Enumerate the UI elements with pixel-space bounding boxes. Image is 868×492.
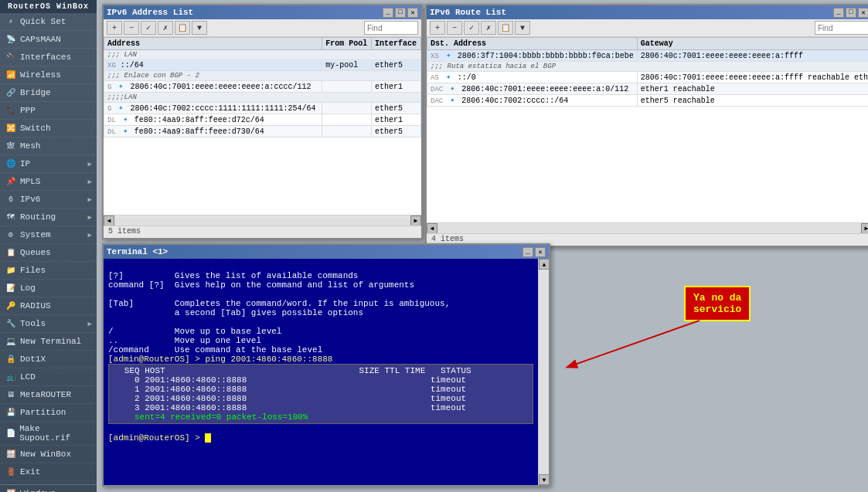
- terminal-body[interactable]: [?] Gives the list of available commands…: [104, 259, 538, 485]
- terminal-titlebar: Terminal <1> _ ✕: [104, 245, 549, 259]
- minimize-button[interactable]: _: [383, 8, 393, 18]
- table-row[interactable]: DL 🔹 fe80::4aa9:8aff:feee:d730/64 ether5: [104, 126, 421, 137]
- sidebar-item-windows[interactable]: 🪟 Windows ▶: [0, 484, 97, 492]
- sidebar-item-files[interactable]: 📁 Files: [0, 262, 97, 280]
- sidebar-item-new-winbox[interactable]: 🪟 New WinBox: [0, 446, 97, 463]
- make-supout-icon: 📄: [5, 427, 16, 439]
- sidebar-item-ppp[interactable]: 📞 PPP: [0, 102, 97, 120]
- row-interface: ether1: [372, 114, 421, 126]
- enable-button[interactable]: ✓: [464, 21, 479, 35]
- enable-button[interactable]: ✓: [141, 21, 156, 35]
- minimize-button[interactable]: _: [833, 8, 844, 18]
- windows-icon: 🪟: [5, 487, 17, 492]
- sidebar-item-tools[interactable]: 🔧 Tools ▶: [0, 315, 97, 333]
- scroll-track[interactable]: [437, 224, 861, 233]
- copy-button[interactable]: 📋: [175, 21, 190, 35]
- close-button[interactable]: ✕: [535, 247, 546, 257]
- scroll-right[interactable]: ▶: [861, 223, 868, 234]
- sidebar-item-label: CAPsMAAN: [20, 35, 61, 44]
- ping-command-line: [admin@RouterOS] > ping 2001:4860:4860::…: [108, 355, 332, 364]
- sidebar-item-make-supout[interactable]: 📄 Make Supout.rif: [0, 422, 97, 446]
- search-input[interactable]: [364, 21, 418, 35]
- sidebar-item-label: LCD: [20, 372, 36, 382]
- horizontal-scrollbar-route[interactable]: ◀ ▶: [427, 222, 868, 233]
- terminal-scrollbar[interactable]: ▲ ▼: [538, 259, 549, 485]
- sidebar-item-bridge[interactable]: 🔗 Bridge: [0, 84, 97, 102]
- table-row[interactable]: DAC 🔹 2806:40c:7002:cccc::/64 ether5 rea…: [427, 95, 869, 107]
- ipv6-route-list-title: IPv6 Route List: [430, 8, 833, 17]
- close-button[interactable]: ✕: [858, 8, 868, 18]
- search-input[interactable]: [815, 21, 868, 35]
- switch-icon: 🔀: [5, 122, 17, 134]
- table-row[interactable]: XG ::/64 my-pool ether5: [104, 60, 421, 71]
- terminal-title: Terminal <1>: [107, 247, 523, 256]
- remove-button[interactable]: −: [124, 21, 139, 35]
- ipv6-icon: 6: [5, 193, 17, 205]
- row-gateway: ether1 reachable: [637, 83, 868, 95]
- scroll-right[interactable]: ▶: [410, 215, 421, 226]
- disable-button[interactable]: ✗: [481, 21, 496, 35]
- sidebar-item-lcd[interactable]: 📺 LCD: [0, 368, 97, 386]
- sidebar-item-label: Mesh: [20, 141, 40, 151]
- filter-button[interactable]: ▼: [515, 21, 530, 35]
- sidebar-item-ip[interactable]: 🌐 IP ▶: [0, 155, 97, 173]
- sidebar-item-routing[interactable]: 🗺 Routing ▶: [0, 209, 97, 226]
- dot1x-icon: 🔒: [5, 353, 17, 365]
- table-row[interactable]: DAC 🔹 2806:40c:7001:eeee:eeee:eeee:a:0/1…: [427, 83, 869, 95]
- close-button[interactable]: ✕: [407, 8, 418, 18]
- sidebar-item-ipv6[interactable]: 6 IPv6 ▶: [0, 191, 97, 209]
- table-row[interactable]: XS 🔹 2806:3f7:1004:bbbb:bbbb:bbbb:f0ca:b…: [427, 50, 869, 62]
- sidebar-item-mpls[interactable]: 📌 MPLS ▶: [0, 173, 97, 191]
- sidebar-item-mesh[interactable]: 🕸 Mesh: [0, 137, 97, 155]
- sidebar-item-queues[interactable]: 📋 Queues: [0, 244, 97, 262]
- win-controls-terminal: _ ✕: [523, 247, 546, 257]
- sidebar-item-capsman[interactable]: 📡 CAPsMAAN: [0, 31, 97, 49]
- quick-set-icon: ⚡: [5, 15, 17, 28]
- table-row[interactable]: DL 🔹 fe80::4aa9:8aff:feee:d72c/64 ether1: [104, 114, 421, 126]
- scroll-left[interactable]: ◀: [104, 215, 114, 226]
- sidebar-item-new-terminal[interactable]: 💻 New Terminal: [0, 333, 97, 351]
- sidebar-item-log[interactable]: 📝 Log: [0, 280, 97, 297]
- section-label: ;;; LAN: [104, 50, 421, 60]
- sidebar-item-dot1x[interactable]: 🔒 Dot1X: [0, 351, 97, 368]
- scroll-left[interactable]: ◀: [427, 223, 437, 234]
- add-button[interactable]: +: [107, 21, 122, 35]
- sidebar-item-radius[interactable]: 🔑 RADIUS: [0, 297, 97, 315]
- ipv6-address-list-toolbar: + − ✓ ✗ 📋 ▼: [104, 19, 421, 37]
- disable-button[interactable]: ✗: [158, 21, 173, 35]
- scroll-track-v[interactable]: [539, 270, 549, 474]
- terminal-window: Terminal <1> _ ✕ [?] Gives the list of a…: [102, 243, 550, 487]
- scroll-up[interactable]: ▲: [539, 259, 549, 270]
- scroll-down[interactable]: ▼: [539, 474, 549, 485]
- table-row[interactable]: G 🔹 2806:40c:7001:eeee:eeee:eeee:a:cccc/…: [104, 81, 421, 93]
- files-icon: 📁: [5, 264, 17, 277]
- add-button[interactable]: +: [430, 21, 445, 35]
- sidebar-item-system[interactable]: ⚙ System ▶: [0, 226, 97, 244]
- row-interface: ether5: [372, 126, 421, 137]
- maximize-button[interactable]: □: [846, 8, 856, 18]
- sidebar-item-label: Bridge: [20, 88, 51, 97]
- minimize-button[interactable]: _: [523, 247, 533, 257]
- sidebar-item-wireless[interactable]: 📶 Wireless: [0, 66, 97, 84]
- sidebar-windows-label: Windows: [20, 489, 56, 492]
- col-interface: Interface: [372, 38, 421, 50]
- ipv6-route-list-table: Dst. Address Gateway XS 🔹 2806:3f7:1004:…: [427, 37, 868, 107]
- sidebar-item-label: Make Supout.rif: [19, 424, 92, 443]
- remove-button[interactable]: −: [447, 21, 462, 35]
- sidebar-item-interfaces[interactable]: 🔌 Interfaces: [0, 49, 97, 66]
- table-row[interactable]: AS 🔹 ::/0 2806:40c:7001:eeee:eeee:eeee:a…: [427, 72, 869, 83]
- maximize-button[interactable]: □: [395, 8, 406, 18]
- sidebar-item-exit[interactable]: 🚪 Exit: [0, 463, 97, 481]
- sidebar-item-label: Queues: [20, 248, 51, 257]
- filter-button[interactable]: ▼: [192, 21, 207, 35]
- sidebar-item-quick-set[interactable]: ⚡ Quick Set: [0, 13, 97, 31]
- sidebar: RouterOS WinBox ⚡ Quick Set 📡 CAPsMAAN 🔌…: [0, 0, 97, 492]
- scroll-track[interactable]: [114, 216, 410, 226]
- sidebar-item-partition[interactable]: 💾 Partition: [0, 404, 97, 422]
- sidebar-item-metarouter[interactable]: 🖥 MetaROUTER: [0, 386, 97, 404]
- ping-row-0: 0 2001:4860:4860::8888 timeout 1 2001:48…: [109, 375, 466, 412]
- table-row[interactable]: G 🔹 2806:40c:7002:cccc:1111:1111:1111:25…: [104, 103, 421, 114]
- horizontal-scrollbar[interactable]: ◀ ▶: [104, 215, 421, 226]
- copy-button[interactable]: 📋: [498, 21, 513, 35]
- sidebar-item-switch[interactable]: 🔀 Switch: [0, 120, 97, 137]
